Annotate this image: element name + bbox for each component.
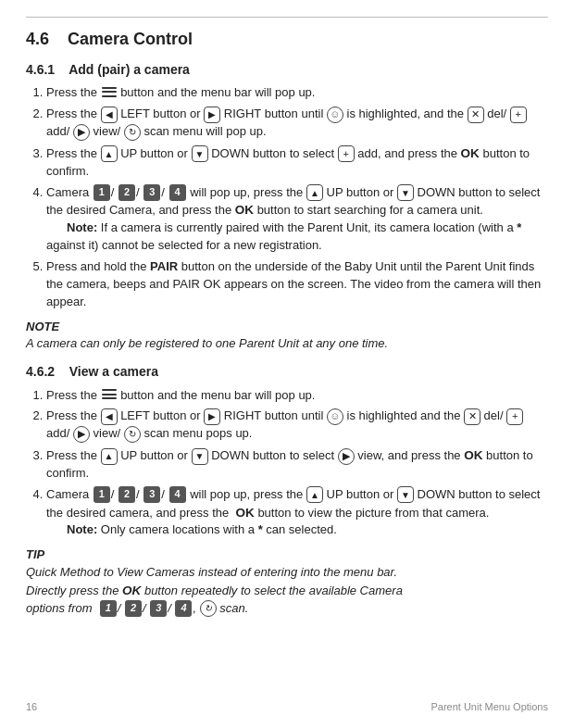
section-title: 4.6 Camera Control <box>26 27 548 51</box>
scan-icon-2: ↻ <box>124 426 141 443</box>
subsection-461-title: 4.6.1 Add (pair) a camera <box>26 60 548 79</box>
down-arrow-icon-2 <box>397 184 414 201</box>
page-number: 16 <box>26 700 37 715</box>
steps-462: Press the button and the menu bar will p… <box>46 387 548 540</box>
ok-tip-label: OK <box>122 584 141 597</box>
right-arrow-icon <box>204 107 220 123</box>
cam1-icon-2: 1 <box>94 486 110 503</box>
tip-462: TIP Quick Method to View Cameras instead… <box>26 546 548 617</box>
person-icon: ☺ <box>327 107 343 123</box>
add-icon: + <box>510 107 527 123</box>
cam3-tip: 3 <box>150 600 167 617</box>
step-461-2: Press the LEFT button or RIGHT button un… <box>46 106 548 141</box>
menu-icon-2 <box>102 389 117 402</box>
person-icon-2: ☺ <box>327 408 343 425</box>
del-icon-2: ✕ <box>464 408 480 425</box>
up-arrow-icon-4 <box>306 486 323 503</box>
down-arrow-icon-4 <box>397 486 414 503</box>
cam1-icon: 1 <box>94 184 110 201</box>
menu-icon <box>102 87 117 100</box>
scan-icon-tip: ↻ <box>200 600 217 617</box>
down-arrow-icon <box>192 145 208 162</box>
note-462-4: Note: Only camera locations with a * can… <box>67 522 337 536</box>
ok-label-2: OK <box>235 203 254 217</box>
step-461-4: Camera 1/ 2/ 3/ 4 will pop up, press the… <box>46 184 548 255</box>
the-text: the <box>447 107 464 120</box>
up-arrow-icon-3 <box>101 448 118 465</box>
cam1-tip: 1 <box>100 600 117 617</box>
subsection-462-title: 4.6.2 View a camera <box>26 362 548 381</box>
step-462-2: Press the LEFT button or RIGHT button un… <box>46 408 548 443</box>
step-462-3: Press the UP button or DOWN button to se… <box>46 446 548 483</box>
view-icon: ▶ <box>73 124 90 141</box>
view-select-icon: ▶ <box>338 448 355 465</box>
ok-label-1: OK <box>461 146 480 160</box>
down-arrow-icon-3 <box>192 448 208 465</box>
up-arrow-icon <box>101 145 118 162</box>
note-461: NOTE A camera can only be registered to … <box>26 319 548 354</box>
cam3-icon-2: 3 <box>144 486 160 503</box>
cam2-icon: 2 <box>119 184 135 201</box>
view-icon-2: ▶ <box>73 426 90 443</box>
left-arrow-icon <box>101 107 118 123</box>
steps-461: Press the button and the menu bar will p… <box>46 84 548 310</box>
cam4-icon-2: 4 <box>169 486 186 503</box>
left-arrow-icon-2 <box>101 408 118 425</box>
add-icon-2: + <box>506 408 523 425</box>
cam4-icon: 4 <box>169 184 186 201</box>
ok-label-4: OK <box>236 506 255 520</box>
cam2-icon-2: 2 <box>119 486 135 503</box>
step-462-4: Camera 1/ 2/ 3/ 4 will pop up, press the… <box>46 486 548 540</box>
right-arrow-icon-2 <box>204 408 220 425</box>
section-divider <box>26 17 548 18</box>
footer: 16 Parent Unit Menu Options <box>0 700 574 715</box>
cam4-tip: 4 <box>175 600 192 617</box>
scan-icon: ↻ <box>124 124 141 141</box>
del-icon: ✕ <box>468 107 484 123</box>
step-461-5: Press and hold the PAIR button on the un… <box>46 258 548 311</box>
up-arrow-icon-2 <box>306 184 323 201</box>
cam3-icon: 3 <box>144 184 160 201</box>
section-heading: Camera Control <box>68 30 193 48</box>
step-461-1: Press the button and the menu bar will p… <box>46 84 548 102</box>
ok-label-3: OK <box>464 448 482 462</box>
add-select-icon: + <box>338 145 355 162</box>
footer-label: Parent Unit Menu Options <box>430 700 548 715</box>
section-number: 4.6 <box>26 30 49 48</box>
pair-label: PAIR <box>150 259 178 273</box>
note-461-4: Note: If a camera is currently paired wi… <box>46 220 521 252</box>
cam2-tip: 2 <box>125 600 142 617</box>
step-462-1: Press the button and the menu bar will p… <box>46 387 548 405</box>
step-461-3: Press the UP button or DOWN button to se… <box>46 144 548 181</box>
